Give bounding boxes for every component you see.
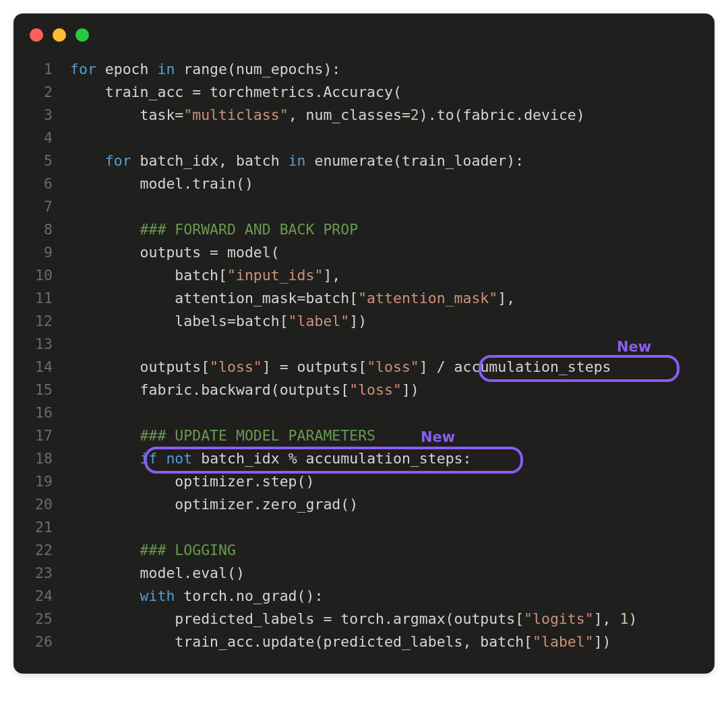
line-number: 20 xyxy=(22,493,70,516)
code-text[interactable] xyxy=(70,195,698,218)
token-id: optimizer.step() xyxy=(70,473,314,490)
code-line[interactable]: 22 ### LOGGING xyxy=(22,539,698,562)
code-line[interactable]: 21 xyxy=(22,516,698,539)
code-line[interactable]: 23 model.eval() xyxy=(22,562,698,585)
code-text[interactable]: predicted_labels = torch.argmax(outputs[… xyxy=(70,608,698,631)
line-number: 6 xyxy=(22,172,70,195)
code-line[interactable]: 15 fabric.backward(outputs["loss"]) xyxy=(22,379,698,401)
line-number: 16 xyxy=(22,401,70,424)
token-id: range(num_epochs): xyxy=(175,61,340,77)
token-kw: not xyxy=(166,450,192,467)
code-text[interactable]: for batch_idx, batch in enumerate(train_… xyxy=(70,150,698,172)
code-line[interactable]: 2 train_acc = torchmetrics.Accuracy( xyxy=(22,81,698,104)
code-line[interactable]: 14 outputs["loss"] = outputs["loss"] / a… xyxy=(22,356,698,379)
code-text[interactable]: labels=batch["label"]) xyxy=(70,310,698,333)
code-text[interactable]: outputs = model( xyxy=(70,241,698,264)
line-number: 8 xyxy=(22,218,70,241)
code-text[interactable] xyxy=(70,401,698,424)
token-cmt: ### FORWARD AND BACK PROP xyxy=(140,221,359,238)
token-id: enumerate(train_loader): xyxy=(306,152,524,169)
code-line[interactable]: 8 ### FORWARD AND BACK PROP xyxy=(22,218,698,241)
code-text[interactable]: ### LOGGING xyxy=(70,539,698,562)
token-id: optimizer.zero_grad() xyxy=(70,496,358,513)
token-str: "multiclass" xyxy=(183,106,288,123)
code-area[interactable]: New New 1for epoch in range(num_epochs):… xyxy=(13,46,715,674)
token-kw: for xyxy=(105,152,131,169)
code-line[interactable]: 10 batch["input_ids"], xyxy=(22,264,698,287)
code-text[interactable]: ### UPDATE MODEL PARAMETERS xyxy=(70,424,698,447)
code-line[interactable]: 3 task="multiclass", num_classes=2).to(f… xyxy=(22,104,698,127)
code-text[interactable]: optimizer.zero_grad() xyxy=(70,493,698,516)
code-line[interactable]: 17 ### UPDATE MODEL PARAMETERS xyxy=(22,424,698,447)
token-id xyxy=(70,152,105,169)
code-text[interactable]: batch["input_ids"], xyxy=(70,264,698,287)
line-number: 5 xyxy=(22,150,70,172)
code-line[interactable]: 25 predicted_labels = torch.argmax(outpu… xyxy=(22,608,698,631)
token-id xyxy=(70,587,140,604)
token-kw: if xyxy=(140,450,158,467)
code-line[interactable]: 5 for batch_idx, batch in enumerate(trai… xyxy=(22,150,698,172)
token-num: 2 xyxy=(411,106,419,123)
token-id: ]) xyxy=(349,313,367,329)
code-text[interactable]: ### FORWARD AND BACK PROP xyxy=(70,218,698,241)
code-line[interactable]: 6 model.train() xyxy=(22,172,698,195)
line-number: 2 xyxy=(22,81,70,104)
token-str: "label" xyxy=(533,633,594,650)
token-id: attention_mask=batch[ xyxy=(70,290,358,307)
token-id: ], xyxy=(594,610,620,627)
token-str: "input_ids" xyxy=(227,267,323,284)
code-line[interactable]: 13 xyxy=(22,333,698,356)
token-cmt: ### UPDATE MODEL PARAMETERS xyxy=(140,427,376,444)
token-id xyxy=(157,450,166,467)
code-text[interactable] xyxy=(70,516,698,539)
line-number: 25 xyxy=(22,608,70,631)
code-line[interactable]: 24 with torch.no_grad(): xyxy=(22,585,698,608)
line-number: 22 xyxy=(22,539,70,562)
line-number: 18 xyxy=(22,447,70,470)
code-text[interactable]: task="multiclass", num_classes=2).to(fab… xyxy=(70,104,698,127)
line-number: 12 xyxy=(22,310,70,333)
code-text[interactable]: fabric.backward(outputs["loss"]) xyxy=(70,379,698,401)
token-str: "logits" xyxy=(524,610,594,627)
zoom-icon[interactable] xyxy=(75,28,89,42)
code-line[interactable]: 9 outputs = model( xyxy=(22,241,698,264)
code-text[interactable] xyxy=(70,127,698,150)
code-line[interactable]: 7 xyxy=(22,195,698,218)
code-text[interactable] xyxy=(70,333,698,356)
code-text[interactable]: model.eval() xyxy=(70,562,698,585)
token-kw: in xyxy=(289,152,306,169)
code-line[interactable]: 26 train_acc.update(predicted_labels, ba… xyxy=(22,631,698,653)
code-line[interactable]: 20 optimizer.zero_grad() xyxy=(22,493,698,516)
token-id: ] / accumulation_steps xyxy=(419,358,611,375)
code-line[interactable]: 19 optimizer.step() xyxy=(22,470,698,493)
code-text[interactable]: for epoch in range(num_epochs): xyxy=(70,58,698,81)
code-line[interactable]: 18 if not batch_idx % accumulation_steps… xyxy=(22,447,698,470)
token-id: labels=batch[ xyxy=(70,313,289,329)
close-icon[interactable] xyxy=(30,28,43,42)
token-id: model.train() xyxy=(70,175,253,192)
line-number: 17 xyxy=(22,424,70,447)
code-text[interactable]: with torch.no_grad(): xyxy=(70,585,698,608)
line-number: 10 xyxy=(22,264,70,287)
token-id xyxy=(70,450,140,467)
minimize-icon[interactable] xyxy=(53,28,66,42)
code-text[interactable]: train_acc = torchmetrics.Accuracy( xyxy=(70,81,698,104)
code-text[interactable]: train_acc.update(predicted_labels, batch… xyxy=(70,631,698,653)
code-text[interactable]: if not batch_idx % accumulation_steps: xyxy=(70,447,698,470)
code-text[interactable]: attention_mask=batch["attention_mask"], xyxy=(70,287,698,310)
code-line[interactable]: 4 xyxy=(22,127,698,150)
code-line[interactable]: 11 attention_mask=batch["attention_mask"… xyxy=(22,287,698,310)
code-text[interactable]: model.train() xyxy=(70,172,698,195)
line-number: 15 xyxy=(22,379,70,401)
code-text[interactable]: outputs["loss"] = outputs["loss"] / accu… xyxy=(70,356,698,379)
code-line[interactable]: 16 xyxy=(22,401,698,424)
code-text[interactable]: optimizer.step() xyxy=(70,470,698,493)
line-number: 4 xyxy=(22,127,70,150)
code-line[interactable]: 12 labels=batch["label"]) xyxy=(22,310,698,333)
token-id: ], xyxy=(497,290,515,307)
token-id: model.eval() xyxy=(70,565,245,581)
token-id: batch[ xyxy=(70,267,227,284)
token-id: , num_classes= xyxy=(289,106,411,123)
code-line[interactable]: 1for epoch in range(num_epochs): xyxy=(22,58,698,81)
token-kw: with xyxy=(140,587,175,604)
